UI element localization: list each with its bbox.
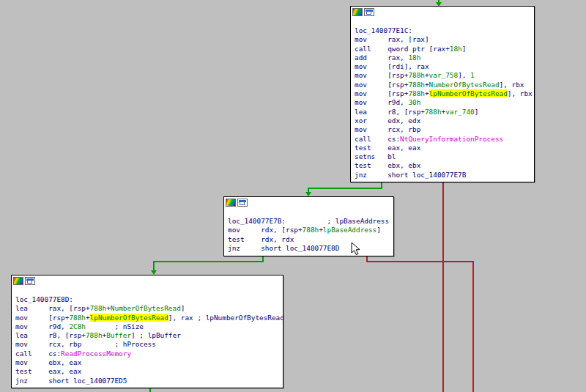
code-text: jnz short loc_140077E8D <box>228 244 339 252</box>
disassembly-line[interactable]: loc_140077E8D: <box>15 295 280 304</box>
disassembly-line[interactable]: mov [rsp+788h+lpNumberOfBytesRead], rax … <box>15 314 280 322</box>
flow-edge-not-taken <box>472 261 474 392</box>
code-text: ], <box>458 71 470 79</box>
block-loc_140077E7B[interactable]: loc_140077E7B: ; lpBaseAddressmov rdx, [… <box>223 196 394 256</box>
block-loc_140077E1C[interactable]: loc_140077E1C:mov rax, [rax]call qword p… <box>350 6 535 182</box>
code-text: setns bl <box>355 152 396 160</box>
operand-name: 18h <box>450 45 462 53</box>
disassembly-line[interactable]: mov rcx, rbp <box>355 125 531 134</box>
disassembly-line[interactable]: loc_140077E7B: ; lpBaseAddress <box>228 217 390 226</box>
code-text: xor edx, edx <box>355 117 420 125</box>
disassembly-line[interactable]: call qword ptr [rax+18h] <box>355 45 531 53</box>
code-text: mov [rsp+ <box>355 89 408 97</box>
disassembly-line[interactable]: mov [rsp+788h+var_758], 1 <box>355 71 531 80</box>
code-text: mov [rdi], rax <box>355 62 429 70</box>
disassembly-line[interactable]: test rdx, rdx <box>228 235 390 244</box>
operand-name: 18h <box>408 53 420 62</box>
code-text: jnz short loc_140077E7B <box>355 171 466 179</box>
disassembly-line[interactable]: mov [rsp+788h+lpNumberOfBytesRead], rbx <box>355 89 531 98</box>
code-text: mov rcx, rbp <box>15 340 81 348</box>
node-color-icon[interactable] <box>226 199 236 207</box>
comment-text: ; lpBuffer <box>136 331 181 339</box>
flow-edge-taken <box>153 261 264 262</box>
code-text: lea rax, [rsp+ <box>15 304 90 312</box>
code-text: test eax, eax <box>15 367 81 375</box>
operand-name: lpBaseAddress <box>323 226 377 234</box>
node-group-icon[interactable] <box>364 8 374 16</box>
disassembly-line[interactable]: test eax, eax <box>355 144 531 152</box>
disassembly-listing: loc_140077E8D:lea rax, [rsp+788h+NumberO… <box>12 288 283 388</box>
code-text: ] <box>181 304 185 312</box>
mouse-cursor <box>351 242 360 256</box>
comment-text: ; hProcess <box>81 340 156 348</box>
disassembly-line[interactable]: add rax, 18h <box>355 53 531 62</box>
disassembly-line[interactable]: jnz short loc_140077ED5 <box>15 377 280 385</box>
operand-name: 788h <box>408 81 425 89</box>
code-text: mov rcx, rbp <box>355 125 420 133</box>
node-group-icon[interactable] <box>25 277 35 285</box>
code-text: jnz short loc_140077ED5 <box>15 377 127 385</box>
disassembly-line[interactable]: mov [rdi], rax <box>355 62 531 71</box>
operand-name: 788h <box>425 108 442 116</box>
disassembly-line[interactable]: lea rax, [rsp+788h+NumberOfBytesRead] <box>15 304 280 313</box>
disassembly-line[interactable]: mov r9d, 2C8h ; nSize <box>15 322 280 331</box>
code-text: ], rbx <box>500 81 524 89</box>
operand-name: var_740 <box>445 108 475 116</box>
code-text: mov [rsp+ <box>15 314 69 322</box>
disassembly-line[interactable]: mov ebx, eax <box>15 358 280 367</box>
code-text: loc_140077E7B: <box>228 217 286 225</box>
code-text: lea r8, [rsp+ <box>355 108 425 116</box>
code-text: call cs: <box>15 350 61 358</box>
operand-name: NumberOfBytesRead <box>111 304 181 312</box>
disassembly-line[interactable]: call cs:ReadProcessMemory <box>15 350 280 358</box>
code-text: mov r9d, <box>355 98 408 106</box>
node-group-icon[interactable] <box>237 199 248 207</box>
code-text: loc_140077E8D: <box>15 295 73 303</box>
disassembly-line[interactable]: setns bl <box>355 152 531 161</box>
disassembly-line[interactable]: lea r8, [rsp+788h+var_740] <box>355 108 531 117</box>
code-text: mov rax, [rax] <box>355 35 429 43</box>
disassembly-line[interactable]: test eax, eax <box>15 367 280 376</box>
api-name: NtQueryInformationProcess <box>400 135 503 143</box>
node-toolbar <box>224 197 393 210</box>
code-text: test ebx, ebx <box>355 161 420 169</box>
operand-name: NumberOfBytesRead <box>429 81 500 89</box>
disassembly-line[interactable]: xor edx, edx <box>355 117 531 125</box>
node-color-icon[interactable] <box>352 8 363 16</box>
disassembly-line[interactable]: call cs:NtQueryInformationProcess <box>355 135 531 144</box>
node-toolbar <box>351 7 534 19</box>
disassembly-line[interactable]: jnz short loc_140077E7B <box>355 171 531 180</box>
highlighted-token: lpNumberOfBytesRead <box>90 314 168 322</box>
graph-view[interactable]: loc_140077E1C:mov rax, [rax]call qword p… <box>0 0 586 392</box>
operand-name: 788h <box>408 71 425 79</box>
disassembly-line[interactable]: loc_140077E1C: <box>355 26 531 35</box>
node-color-icon[interactable] <box>13 277 23 285</box>
api-name: ReadProcessMemory <box>61 350 131 358</box>
disassembly-line[interactable]: mov [rsp+788h+NumberOfBytesRead], rbx <box>355 81 531 89</box>
flow-edge-taken <box>308 188 382 189</box>
comment-text: ; lpBaseAddress <box>286 217 389 225</box>
flow-edge-not-taken <box>442 180 444 392</box>
disassembly-line[interactable]: test ebx, ebx <box>355 161 531 170</box>
code-text: test rdx, rdx <box>228 235 294 243</box>
disassembly-line[interactable]: mov rax, [rax] <box>355 35 531 44</box>
code-text: mov rdx, [rsp+ <box>228 226 303 234</box>
disassembly-line[interactable]: mov rcx, rbp ; hProcess <box>15 340 280 349</box>
disassembly-line[interactable]: mov r9d, 30h <box>355 98 531 107</box>
code-text: add rax, <box>355 53 408 62</box>
code-text: mov [rsp+ <box>355 81 408 89</box>
operand-name: 788h <box>303 226 319 234</box>
code-text: + <box>425 89 429 97</box>
code-text: test eax, eax <box>355 144 420 152</box>
operand-name: 1 <box>470 71 475 79</box>
highlighted-token: lpNumberOfBytesRead <box>429 89 508 97</box>
disassembly-listing: loc_140077E7B: ; lpBaseAddressmov rdx, [… <box>224 210 393 255</box>
disassembly-line[interactable]: jnz short loc_140077E8D <box>228 244 390 253</box>
operand-name: 30h <box>408 98 420 106</box>
disassembly-line[interactable]: mov rdx, [rsp+788h+lpBaseAddress] <box>228 226 390 234</box>
code-text: mov ebx, eax <box>15 358 81 366</box>
code-text: lea r8, [rsp+ <box>15 331 86 339</box>
flow-edge-not-taken <box>366 261 474 262</box>
block-loc_140077E8D[interactable]: loc_140077E8D:lea rax, [rsp+788h+NumberO… <box>11 275 283 388</box>
disassembly-line[interactable]: lea r8, [rsp+788h+Buffer] ; lpBuffer <box>15 331 280 340</box>
